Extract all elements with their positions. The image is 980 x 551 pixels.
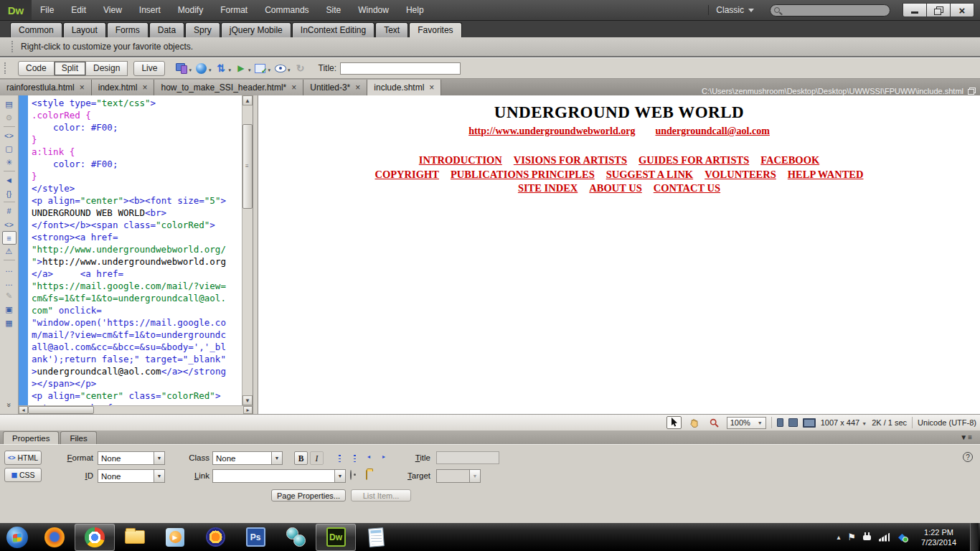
insert-tab-forms[interactable]: Forms (107, 22, 149, 37)
code-line[interactable]: .colorRed { (32, 109, 242, 121)
select-parent-tag-icon[interactable]: ◄ (2, 173, 17, 187)
minimize-button[interactable] (903, 3, 927, 17)
design-link-undergroundcall-aol-com[interactable]: undergroundcall@aol.com (655, 126, 769, 136)
code-line[interactable]: UNDERGROUND WEB WORLD<br> (32, 207, 242, 219)
remove-comment-icon[interactable]: … (2, 276, 17, 289)
browse-folder-icon[interactable] (366, 470, 367, 480)
panel-menu-icon[interactable]: ▼≡ (960, 433, 973, 441)
code-line[interactable]: ank');return false;" target="_blank" (32, 353, 242, 365)
hand-tool-button[interactable] (687, 416, 702, 429)
close-tab-icon[interactable]: × (80, 83, 85, 92)
scrollbar-thumb[interactable] (28, 406, 94, 414)
desktop-size-button[interactable] (803, 418, 816, 428)
nav-link-contact-us[interactable]: CONTACT US (654, 182, 720, 194)
multiscreen-preview-icon[interactable] (175, 62, 188, 75)
workspace-switcher[interactable]: Classic (708, 5, 761, 15)
drag-grip-icon[interactable] (11, 41, 14, 52)
zoom-level-select[interactable]: 100% ▼ (727, 417, 766, 429)
point-to-file-icon[interactable] (350, 470, 352, 480)
code-line[interactable]: </a> <a href= (32, 268, 242, 280)
code-line[interactable]: </style> (32, 182, 242, 194)
nav-link-about-us[interactable]: ABOUT US (589, 182, 641, 194)
code-line[interactable]: <p align="center" class="colorRed"> (32, 390, 242, 402)
hidden-icons-icon[interactable] (837, 533, 840, 541)
balance-braces-icon[interactable]: {} (2, 187, 17, 200)
code-line[interactable]: <style type="text/css"> (32, 97, 242, 109)
code-line[interactable]: color: #F00; (32, 121, 242, 133)
code-line[interactable]: "http://www.undergroundwebworld.org/ (32, 243, 242, 255)
restore-document-icon[interactable] (968, 88, 976, 95)
menu-insert[interactable]: Insert (131, 0, 169, 20)
show-desktop-button[interactable] (970, 523, 979, 551)
mobile-size-button[interactable] (777, 418, 783, 427)
dropbox-icon[interactable] (897, 532, 908, 542)
menu-help[interactable]: Help (397, 0, 433, 20)
code-line[interactable]: </font></b><span class="colorRed"> (32, 219, 242, 231)
insert-tab-favorites[interactable]: Favorites (409, 22, 461, 37)
nav-link-suggest-a-link[interactable]: SUGGEST A LINK (606, 169, 693, 180)
menu-commands[interactable]: Commands (256, 0, 317, 20)
drag-grip-icon[interactable] (4, 62, 7, 74)
recent-snippets-icon[interactable]: ▣ (2, 303, 17, 316)
nav-link-help-wanted[interactable]: HELP WANTED (788, 169, 864, 180)
close-tab-icon[interactable]: × (291, 83, 296, 92)
doc-tab-include-shtml[interactable]: include.shtml× (367, 80, 441, 95)
close-button[interactable] (950, 3, 974, 17)
taskbar-windows-explorer[interactable] (115, 524, 155, 551)
scroll-left-icon[interactable]: ◂ (19, 406, 28, 414)
insert-tab-text[interactable]: Text (375, 22, 408, 37)
taskbar-clock[interactable]: 1:22 PM 7/23/2014 (915, 527, 963, 547)
split-view-divider[interactable] (253, 95, 258, 414)
apply-comment-icon[interactable]: … (2, 262, 17, 276)
code-line[interactable]: } (32, 170, 242, 182)
taskbar-dreamweaver[interactable]: Dw (316, 524, 356, 551)
title-input[interactable] (436, 451, 499, 464)
menu-modify[interactable]: Modify (169, 0, 212, 20)
id-select[interactable]: None ▼ (98, 469, 165, 483)
code-line[interactable]: com" onclick= (32, 304, 242, 316)
code-line[interactable]: } (32, 133, 242, 146)
panel-tab-properties[interactable]: Properties (3, 431, 59, 444)
w3c-validation-icon[interactable] (235, 62, 248, 75)
doc-tab-how-to-make-ssi-header-html[interactable]: how_to_make_SSI_header.html*× (154, 80, 303, 95)
code-navigator-icon[interactable]: ⚙ (2, 111, 17, 125)
network-icon[interactable] (879, 533, 890, 542)
collapse-full-tag-icon[interactable]: <> (2, 128, 17, 142)
code-line[interactable]: color: #F00; (32, 158, 242, 170)
doc-tab-rainforestlula-html[interactable]: rainforestlula.html× (0, 80, 92, 95)
insert-tab-jquery-mobile[interactable]: jQuery Mobile (221, 22, 291, 37)
open-documents-icon[interactable]: ▤ (2, 98, 17, 111)
class-select[interactable]: None ▼ (212, 451, 283, 465)
expand-all-icon[interactable]: ✳ (2, 156, 17, 169)
code-line[interactable]: cm&fs=1&tf=1&to=undergroundcall@aol. (32, 292, 242, 304)
menu-edit[interactable]: Edit (62, 0, 95, 20)
action-center-icon[interactable] (847, 532, 856, 542)
code-vertical-scrollbar[interactable]: ▲ ▼ (242, 95, 253, 405)
nav-link-introduction[interactable]: INTRODUCTION (419, 154, 502, 166)
insert-tab-incontext-editing[interactable]: InContext Editing (292, 22, 374, 37)
link-combobox[interactable]: ▼ (212, 469, 346, 483)
scroll-right-icon[interactable]: ▸ (243, 406, 253, 414)
document-title-input[interactable] (340, 62, 461, 75)
panel-tab-files[interactable]: Files (60, 431, 96, 444)
code-line[interactable]: ">http://www.undergroundwebworld.org (32, 255, 242, 268)
nav-link-publications-principles[interactable]: PUBLICATIONS PRINCIPLES (451, 169, 595, 180)
file-management-icon[interactable] (215, 62, 227, 75)
insert-tab-data[interactable]: Data (149, 22, 184, 37)
taskbar-media-player[interactable] (155, 524, 195, 551)
page-properties-button[interactable]: Page Properties... (271, 489, 346, 501)
code-line[interactable]: a:link { (32, 146, 242, 158)
nav-link-copyright[interactable]: COPYRIGHT (375, 169, 439, 180)
code-line[interactable]: >undergroundcall@aol.com</a></strong (32, 365, 242, 377)
scroll-down-icon[interactable]: ▼ (242, 395, 253, 405)
close-tab-icon[interactable]: × (142, 83, 147, 92)
close-tab-icon[interactable]: × (429, 83, 434, 92)
doc-tab-index-html[interactable]: index.html× (92, 80, 155, 95)
view-button-code[interactable]: Code (18, 61, 55, 76)
view-button-design[interactable]: Design (85, 61, 128, 76)
code-line[interactable]: all@aol.com&cc=&bcc=&su=&body=','_bl (32, 341, 242, 353)
code-horizontal-scrollbar[interactable]: ◂ ▸ (19, 405, 253, 414)
nav-link-guides-for-artists[interactable]: GUIDES FOR ARTISTS (639, 154, 749, 166)
refresh-design-view-icon[interactable] (294, 62, 307, 75)
view-button-live[interactable]: Live (133, 61, 165, 76)
